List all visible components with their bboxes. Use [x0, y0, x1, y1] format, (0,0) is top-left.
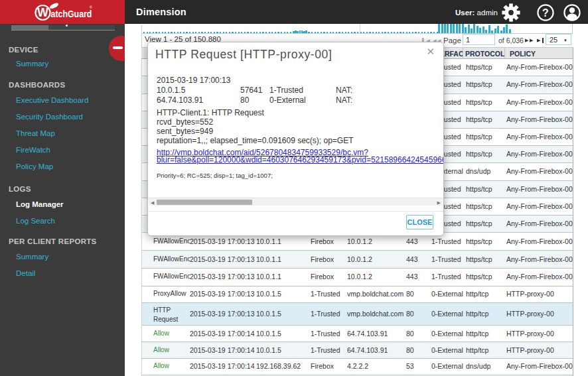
svg-text:®: ®: [90, 5, 92, 9]
svg-text:?: ?: [542, 7, 549, 19]
svg-text:W: W: [37, 6, 48, 19]
svg-text:atchGuard: atchGuard: [51, 7, 92, 19]
